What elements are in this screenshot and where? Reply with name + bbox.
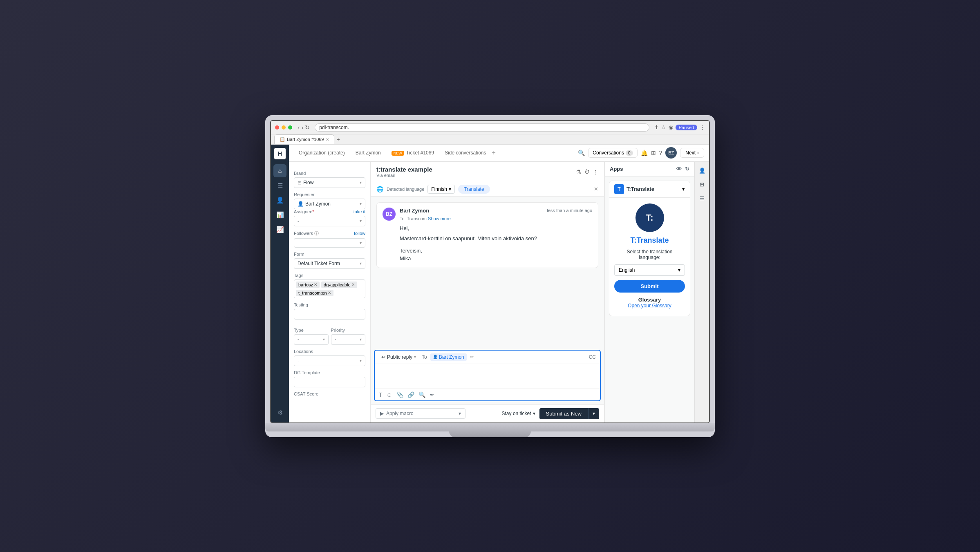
tab-bart-zymon[interactable]: Bart Zymon (351, 147, 386, 158)
type-select[interactable]: - ▾ (294, 334, 329, 345)
conversations-btn[interactable]: Conversations 0 (588, 148, 637, 158)
tag-dg-applicable-close[interactable]: ✕ (351, 282, 355, 287)
next-chevron: › (697, 150, 699, 156)
right-sidebar-list-icon[interactable]: ☰ (696, 193, 708, 204)
followers-select[interactable]: ▾ (294, 238, 365, 248)
tt-submit-btn[interactable]: Submit (614, 280, 685, 293)
requester-select[interactable]: 👤 Bart Zymon ▾ (294, 199, 365, 209)
refresh-apps-icon[interactable]: ↻ (685, 166, 689, 172)
ttranslate-logo: T (614, 184, 624, 194)
sidebar-icon-reports[interactable]: 📊 (273, 208, 286, 221)
link-icon[interactable]: 🔗 (407, 391, 414, 398)
more-options-icon[interactable]: ⋮ (593, 169, 598, 175)
reply-toolbar: ↩ Public reply ▾ To 👤 Bart Zymon ✏ (375, 351, 600, 364)
grid-icon[interactable]: ⊞ (651, 150, 656, 156)
refresh-icon[interactable]: ↻ (305, 124, 310, 131)
add-tab-btn[interactable]: + (492, 149, 496, 156)
reply-input[interactable] (375, 364, 600, 389)
app-header: Organization (create) Bart Zymon NEW Tic… (289, 145, 709, 162)
bookmark-icon: ☆ (661, 124, 666, 130)
testing-input[interactable] (294, 309, 365, 320)
translate-close-icon[interactable]: ✕ (594, 186, 598, 192)
address-bar[interactable]: pdi-transcom. (315, 123, 649, 132)
tag-t-transcom-close[interactable]: ✕ (328, 291, 331, 295)
priority-select[interactable]: - ▾ (331, 334, 366, 345)
tab-close[interactable]: ✕ (326, 137, 329, 142)
priority-value: - (335, 337, 336, 342)
macro-label: Apply macro (386, 411, 414, 416)
ttranslate-collapse-icon[interactable]: ▾ (682, 186, 685, 192)
maximize-btn[interactable] (288, 125, 292, 130)
bottom-bar: ▶ Apply macro ▾ Stay on ticket ▾ (371, 405, 604, 422)
ttranslate-body: T: T:Translate Select the translation la… (609, 198, 690, 316)
tab-side-conv[interactable]: Side conversations (440, 147, 491, 158)
lang-select[interactable]: Finnish ▾ (427, 185, 455, 194)
type-value: - (298, 337, 299, 342)
tag-bartosz: bartosz ✕ (296, 282, 320, 288)
format-text-icon[interactable]: T (379, 391, 383, 398)
middle-panel: t:translate example Via email ⚗ ⏱ ⋮ (371, 162, 604, 422)
search-content-icon[interactable]: 🔍 (418, 391, 425, 398)
form-select[interactable]: Default Ticket Form ▾ (294, 258, 365, 269)
macro-select[interactable]: ▶ Apply macro ▾ (376, 408, 465, 419)
glossary-title: Glossary (628, 297, 671, 303)
close-btn[interactable] (275, 125, 279, 130)
submit-as-new-btn[interactable]: Submit as New (539, 408, 588, 419)
minimize-btn[interactable] (282, 125, 286, 130)
tags-area[interactable]: bartosz ✕ dg-applicable ✕ t_transcom:en … (294, 279, 365, 298)
dg-template-input[interactable] (294, 377, 365, 387)
back-icon[interactable]: ‹ (298, 124, 300, 131)
new-tab-btn[interactable]: + (337, 136, 340, 143)
right-sidebar-person-icon[interactable]: 👤 (696, 165, 708, 177)
assignee-select[interactable]: - ▾ (294, 216, 365, 226)
show-more-link[interactable]: Show more (428, 216, 451, 221)
forward-icon[interactable]: › (302, 124, 304, 131)
right-sidebar-grid-icon[interactable]: ⊞ (696, 179, 708, 190)
user-avatar[interactable]: BZ (665, 147, 677, 159)
lang-chevron: ▾ (449, 186, 451, 192)
eye-icon[interactable]: 👁 (676, 166, 682, 172)
tab-ticket-1069[interactable]: NEW Ticket #1069 (387, 147, 439, 158)
more-icon[interactable]: ⋮ (700, 124, 705, 130)
brand-value: Flow (303, 180, 313, 185)
submit-dropdown-btn[interactable]: ▾ (588, 408, 599, 419)
type-label: Type (294, 328, 329, 333)
sidebar-icon-settings[interactable]: ⚙ (273, 406, 286, 419)
tag-bartosz-close[interactable]: ✕ (314, 282, 317, 287)
take-it-link[interactable]: take it (354, 209, 365, 214)
help-icon[interactable]: ? (659, 150, 662, 156)
reply-type-btn[interactable]: ↩ Public reply ▾ (379, 353, 418, 361)
attach-icon[interactable]: 📎 (396, 391, 403, 398)
followers-chevron: ▾ (360, 241, 362, 245)
sidebar-icon-analytics[interactable]: 📈 (273, 223, 286, 236)
stay-on-ticket[interactable]: Stay on ticket ▾ (502, 411, 535, 416)
follow-link[interactable]: follow (354, 231, 365, 236)
sidebar-icon-users[interactable]: 👤 (273, 194, 286, 207)
history-icon[interactable]: ⏱ (584, 169, 590, 175)
filter-icon[interactable]: ⚗ (576, 169, 581, 175)
tt-lang-select[interactable]: English ▾ (614, 264, 685, 276)
tab-org-create[interactable]: Organization (create) (294, 147, 350, 158)
tag-t-transcom: t_transcom:en ✕ (296, 290, 333, 296)
emoji-icon[interactable]: ☺ (387, 391, 392, 398)
search-icon[interactable]: 🔍 (578, 150, 585, 156)
edit-recipient-icon[interactable]: ✏ (470, 354, 474, 360)
locations-select[interactable]: - ▾ (294, 355, 365, 366)
share-icon: ⬆ (654, 124, 659, 130)
tt-lang-value: English (619, 267, 635, 273)
signature-icon[interactable]: ✒ (430, 391, 434, 398)
reply-to-label: To (422, 354, 427, 360)
translate-button[interactable]: Translate (458, 185, 490, 194)
next-button[interactable]: Next › (680, 148, 704, 158)
open-glossary-link[interactable]: Open your Glossary (628, 303, 671, 308)
sidebar: H ⌂ ☰ 👤 📊 📈 ⚙ (271, 145, 289, 422)
browser-tab[interactable]: 📋 Bart Zymon #1069 ✕ (274, 134, 334, 144)
brand-select[interactable]: ⊟ Flow ▾ (294, 177, 365, 188)
cc-button[interactable]: CC (589, 354, 596, 360)
locations-chevron: ▾ (360, 358, 362, 363)
ttranslate-card: T T:Translate ▾ T: T:Translate (609, 181, 690, 316)
bell-icon[interactable]: 🔔 (641, 150, 648, 156)
sidebar-icon-home[interactable]: ⌂ (273, 164, 286, 177)
requester-label: Requester (294, 192, 365, 197)
sidebar-icon-views[interactable]: ☰ (273, 179, 286, 192)
